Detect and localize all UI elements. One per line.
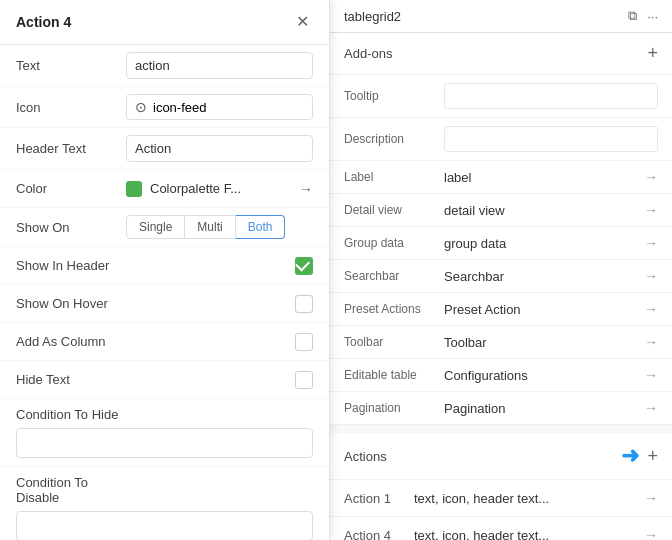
addon-row-editable-table: Editable table Configurations → — [330, 359, 672, 392]
description-input[interactable] — [444, 126, 658, 152]
actions-header-right: ➜ + — [621, 443, 658, 469]
preset-actions-arrow-icon[interactable]: → — [644, 301, 658, 317]
action-4-label: Action 4 — [344, 528, 414, 541]
group-data-arrow-icon[interactable]: → — [644, 235, 658, 251]
label-value: label — [444, 170, 644, 185]
add-as-column-label: Add As Column — [16, 334, 126, 349]
detail-view-value: detail view — [444, 203, 644, 218]
editable-table-arrow-icon[interactable]: → — [644, 367, 658, 383]
tooltip-input[interactable] — [444, 83, 658, 109]
icon-input-wrapper[interactable]: ⊙ icon-feed — [126, 94, 313, 120]
label-arrow-icon[interactable]: → — [644, 169, 658, 185]
condition-to-disable-label: Condition To Disable — [16, 475, 313, 505]
tooltip-label: Tooltip — [344, 89, 444, 103]
show-on-hover-checkbox[interactable] — [295, 295, 313, 313]
color-value: Colorpalette F... — [150, 181, 291, 196]
tablegrid-title: tablegrid2 — [344, 9, 401, 24]
show-on-single[interactable]: Single — [126, 215, 185, 239]
preset-actions-label: Preset Actions — [344, 302, 444, 316]
color-row: Color Colorpalette F... → — [0, 170, 329, 208]
panel-header: Action 4 ✕ — [0, 0, 329, 45]
detail-view-arrow-icon[interactable]: → — [644, 202, 658, 218]
show-in-header-row: Show In Header — [0, 247, 329, 285]
color-picker[interactable]: Colorpalette F... → — [126, 181, 313, 197]
left-panel: Action 4 ✕ Text Icon ⊙ icon-feed Header … — [0, 0, 330, 540]
action-row-1: Action 1 text, icon, header text... → — [330, 480, 672, 517]
addon-row-group-data: Group data group data → — [330, 227, 672, 260]
condition-to-disable-input[interactable] — [16, 511, 313, 540]
addon-row-detail-view: Detail view detail view → — [330, 194, 672, 227]
addons-label: Add-ons — [344, 46, 392, 61]
pagination-value: Pagination — [444, 401, 644, 416]
condition-to-disable-section: Condition To Disable — [0, 467, 329, 540]
show-on-hover-label: Show On Hover — [16, 296, 126, 311]
add-as-column-row: Add As Column — [0, 323, 329, 361]
action-1-arrow-icon[interactable]: → — [644, 490, 658, 506]
actions-section: Actions ➜ + Action 1 text, icon, header … — [330, 433, 672, 540]
addons-section: Add-ons + Tooltip Description Label labe… — [330, 33, 672, 425]
pagination-label: Pagination — [344, 401, 444, 415]
description-label: Description — [344, 132, 444, 146]
hide-text-checkbox[interactable] — [295, 371, 313, 389]
condition-to-hide-label: Condition To Hide — [16, 407, 313, 422]
label-field-label: Label — [344, 170, 444, 184]
show-on-multi[interactable]: Multi — [185, 215, 235, 239]
pagination-arrow-icon[interactable]: → — [644, 400, 658, 416]
toolbar-label: Toolbar — [344, 335, 444, 349]
show-in-header-checkbox[interactable] — [295, 257, 313, 275]
action-1-label: Action 1 — [344, 491, 414, 506]
hide-text-label: Hide Text — [16, 372, 126, 387]
text-input[interactable] — [126, 52, 313, 79]
color-label: Color — [16, 181, 126, 196]
text-label: Text — [16, 58, 126, 73]
header-icons: ⧉ ··· — [628, 8, 658, 24]
editable-table-value: Configurations — [444, 368, 644, 383]
group-data-value: group data — [444, 236, 644, 251]
add-as-column-checkbox[interactable] — [295, 333, 313, 351]
right-panel: tablegrid2 ⧉ ··· Add-ons + Tooltip Descr… — [330, 0, 672, 540]
preset-actions-value: Preset Action — [444, 302, 644, 317]
action-4-value: text, icon, header text... — [414, 528, 644, 541]
addon-row-description: Description — [330, 118, 672, 161]
editable-table-label: Editable table — [344, 368, 444, 382]
color-arrow-icon: → — [299, 181, 313, 197]
addon-row-tooltip: Tooltip — [330, 75, 672, 118]
condition-to-hide-section: Condition To Hide — [0, 399, 329, 467]
show-on-row: Show On Single Multi Both — [0, 208, 329, 247]
actions-plus-button[interactable]: + — [647, 446, 658, 467]
searchbar-label: Searchbar — [344, 269, 444, 283]
copy-icon[interactable]: ⧉ — [628, 8, 637, 24]
toolbar-arrow-icon[interactable]: → — [644, 334, 658, 350]
action-4-arrow-icon[interactable]: → — [644, 527, 658, 540]
addon-row-preset-actions: Preset Actions Preset Action → — [330, 293, 672, 326]
right-panel-header: tablegrid2 ⧉ ··· — [330, 0, 672, 33]
condition-to-hide-input[interactable] — [16, 428, 313, 458]
addons-header: Add-ons + — [330, 33, 672, 75]
action-row-4: Action 4 text, icon, header text... → — [330, 517, 672, 540]
more-icon[interactable]: ··· — [647, 9, 658, 24]
close-button[interactable]: ✕ — [292, 12, 313, 32]
action-1-value: text, icon, header text... — [414, 491, 644, 506]
header-text-input[interactable] — [126, 135, 313, 162]
header-text-label: Header Text — [16, 141, 126, 156]
text-row: Text — [0, 45, 329, 87]
icon-row: Icon ⊙ icon-feed — [0, 87, 329, 128]
addons-plus-button[interactable]: + — [647, 43, 658, 64]
show-on-both[interactable]: Both — [236, 215, 286, 239]
icon-label: Icon — [16, 100, 126, 115]
group-data-label: Group data — [344, 236, 444, 250]
actions-section-header: Actions ➜ + — [330, 433, 672, 480]
add-as-column-checkbox-wrapper — [126, 333, 313, 351]
show-in-header-checkbox-wrapper — [126, 257, 313, 275]
actions-title: Actions — [344, 449, 387, 464]
addon-row-toolbar: Toolbar Toolbar → — [330, 326, 672, 359]
searchbar-value: Searchbar — [444, 269, 644, 284]
show-in-header-label: Show In Header — [16, 258, 126, 273]
show-on-label: Show On — [16, 220, 126, 235]
color-swatch — [126, 181, 142, 197]
panel-title: Action 4 — [16, 14, 71, 30]
searchbar-arrow-icon[interactable]: → — [644, 268, 658, 284]
addon-row-label: Label label → — [330, 161, 672, 194]
show-on-buttons: Single Multi Both — [126, 215, 313, 239]
actions-blue-arrow-icon: ➜ — [621, 443, 639, 469]
